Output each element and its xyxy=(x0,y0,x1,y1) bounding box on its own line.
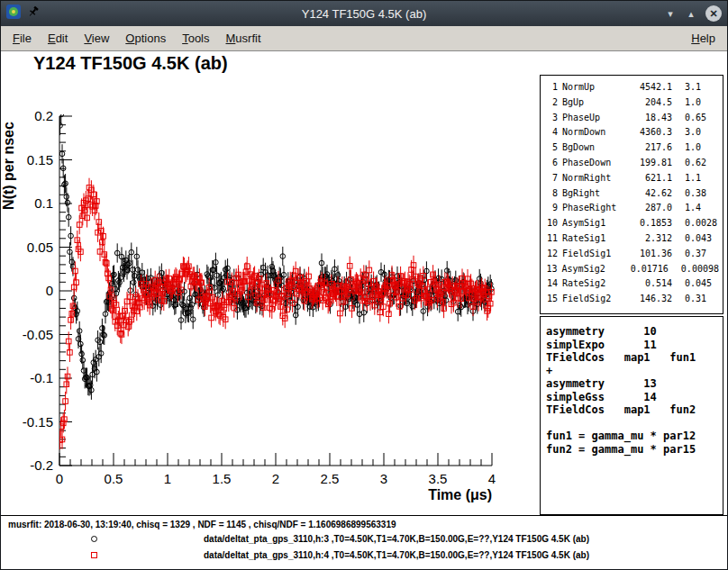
close-button[interactable]: ✕ xyxy=(705,5,722,22)
param-name: PhaseUp xyxy=(562,111,629,126)
svg-text:2: 2 xyxy=(272,471,279,486)
param-name: NormUp xyxy=(562,80,629,95)
param-row: 4NormDown4360.33.0 xyxy=(544,125,719,140)
param-error: 1.1 xyxy=(685,171,701,186)
svg-text:Time (μs): Time (μs) xyxy=(428,487,492,502)
param-row: 14RateSig20.5140.045 xyxy=(544,276,719,292)
param-value: 42.62 xyxy=(629,186,672,202)
svg-text:3: 3 xyxy=(380,471,387,486)
parameter-table: 1NormUp4542.13.1 2BgUp204.51.0 3PhaseUp1… xyxy=(540,75,723,314)
param-value: 199.81 xyxy=(629,156,672,171)
param-number: 14 xyxy=(544,276,558,292)
param-row: 10AsymSig10.18530.0028 xyxy=(544,216,719,231)
param-name: AsymSig2 xyxy=(562,262,627,277)
param-number: 5 xyxy=(544,140,558,156)
param-error: 0.38 xyxy=(685,186,706,202)
param-number: 4 xyxy=(544,125,558,140)
menu-edit[interactable]: Edit xyxy=(40,28,76,49)
circle-marker-icon xyxy=(91,536,97,542)
svg-text:2.5: 2.5 xyxy=(321,471,340,486)
svg-text:N(t) per nsec: N(t) per nsec xyxy=(1,122,16,210)
svg-text:0: 0 xyxy=(46,283,53,298)
legend-entry: data/deltat_pta_gps_3110,h:4 ,T0=4.50K,T… xyxy=(91,550,589,560)
param-name: PhaseRight xyxy=(562,201,629,216)
main-canvas: Y124 TF150G 4.5K (ab) -0.2-0.15-0.1-0.05… xyxy=(1,51,727,570)
legend-label: data/deltat_pta_gps_3110,h:3 ,T0=4.50K,T… xyxy=(204,534,589,544)
param-row: 7NormRight621.11.1 xyxy=(544,171,719,186)
param-number: 2 xyxy=(544,95,558,111)
param-name: NormRight xyxy=(562,171,629,186)
param-row: 6PhaseDown199.810.62 xyxy=(544,156,719,171)
svg-text:-0.15: -0.15 xyxy=(23,414,53,430)
data-series-2 xyxy=(58,178,494,450)
param-number: 6 xyxy=(544,156,558,171)
theory-block: asymmetry 10 simplExpo 11 TFieldCos map1… xyxy=(540,316,723,515)
param-value: 0.1853 xyxy=(629,216,672,231)
param-number: 1 xyxy=(544,80,558,95)
menu-file[interactable]: File xyxy=(5,28,40,49)
param-number: 12 xyxy=(544,247,558,262)
param-error: 3.1 xyxy=(685,80,701,95)
param-error: 0.0028 xyxy=(685,216,717,231)
menu-tools[interactable]: Tools xyxy=(174,28,217,49)
param-number: 15 xyxy=(544,292,558,307)
legend-entry: data/deltat_pta_gps_3110,h:3 ,T0=4.50K,T… xyxy=(91,534,589,544)
param-value: 2.312 xyxy=(629,231,672,247)
param-row: 12FieldSig1101.360.37 xyxy=(544,247,719,262)
svg-text:0.1: 0.1 xyxy=(34,195,53,211)
param-error: 1.0 xyxy=(685,95,701,111)
svg-text:0.05: 0.05 xyxy=(27,240,53,255)
param-number: 13 xyxy=(544,262,558,277)
data-series-1 xyxy=(58,104,494,400)
param-value: 101.36 xyxy=(629,247,672,262)
param-error: 0.37 xyxy=(685,247,706,262)
menu-view[interactable]: View xyxy=(76,28,117,49)
param-name: BgRight xyxy=(562,186,629,202)
svg-text:0.15: 0.15 xyxy=(27,152,53,167)
theory-line: asymmetry 10 xyxy=(546,325,717,339)
pin-icon[interactable] xyxy=(27,5,40,22)
param-value: 0.514 xyxy=(629,276,672,292)
param-name: BgUp xyxy=(562,95,629,111)
svg-text:-0.05: -0.05 xyxy=(23,327,53,342)
param-number: 9 xyxy=(544,201,558,216)
param-error: 0.045 xyxy=(685,276,712,292)
param-value: 204.5 xyxy=(629,95,672,111)
square-marker-icon xyxy=(91,552,97,558)
minimize-button[interactable]: ▾ xyxy=(661,5,679,23)
menu-options[interactable]: Options xyxy=(117,28,174,49)
param-row: 15FieldSig2146.320.31 xyxy=(544,292,719,307)
param-row: 1NormUp4542.13.1 xyxy=(544,80,719,95)
svg-text:0.5: 0.5 xyxy=(105,471,123,486)
title-bar[interactable]: Y124 TF150G 4.5K (ab) ▾ ▴ ✕ xyxy=(1,1,727,26)
menu-help[interactable]: Help xyxy=(683,28,723,49)
theory-line: TFieldCos map1 fun1 xyxy=(546,351,717,365)
param-row: 11RateSig12.3120.043 xyxy=(544,231,719,247)
param-error: 0.62 xyxy=(685,156,706,171)
svg-text:1: 1 xyxy=(164,471,171,486)
svg-text:1.5: 1.5 xyxy=(213,471,232,486)
app-window: Y124 TF150G 4.5K (ab) ▾ ▴ ✕ File Edit Vi… xyxy=(0,0,728,570)
param-error: 0.043 xyxy=(685,231,712,247)
param-row: 5BgDown217.61.0 xyxy=(544,140,719,156)
param-number: 11 xyxy=(544,231,558,247)
param-row: 3PhaseUp18.430.65 xyxy=(544,111,719,126)
theory-line: asymmetry 13 xyxy=(546,377,717,391)
param-name: PhaseDown xyxy=(562,156,629,171)
param-value: 621.1 xyxy=(629,171,672,186)
param-error: 3.0 xyxy=(685,125,701,140)
menu-musrfit[interactable]: Musrfit xyxy=(218,28,269,49)
legend-label: data/deltat_pta_gps_3110,h:4 ,T0=4.50K,T… xyxy=(204,550,589,560)
theory-line: fun1 = gamma_mu * par12 xyxy=(546,430,717,443)
svg-text:-0.1: -0.1 xyxy=(30,370,53,385)
param-error: 1.4 xyxy=(685,201,701,216)
theory-line xyxy=(546,417,717,430)
param-value: 287.0 xyxy=(629,201,672,216)
param-value: 217.6 xyxy=(629,140,672,156)
param-number: 10 xyxy=(544,216,558,231)
param-row: 8BgRight42.620.38 xyxy=(544,186,719,202)
param-value: 146.32 xyxy=(629,292,672,307)
param-number: 7 xyxy=(544,171,558,186)
theory-line: simplExpo 11 xyxy=(546,339,717,352)
maximize-button[interactable]: ▴ xyxy=(682,5,700,23)
